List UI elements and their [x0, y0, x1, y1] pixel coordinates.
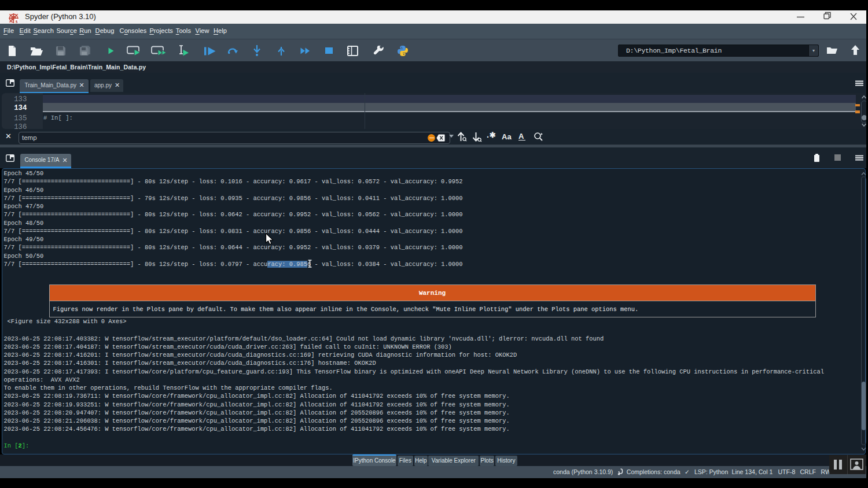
svg-text:s: s [15, 19, 17, 24]
